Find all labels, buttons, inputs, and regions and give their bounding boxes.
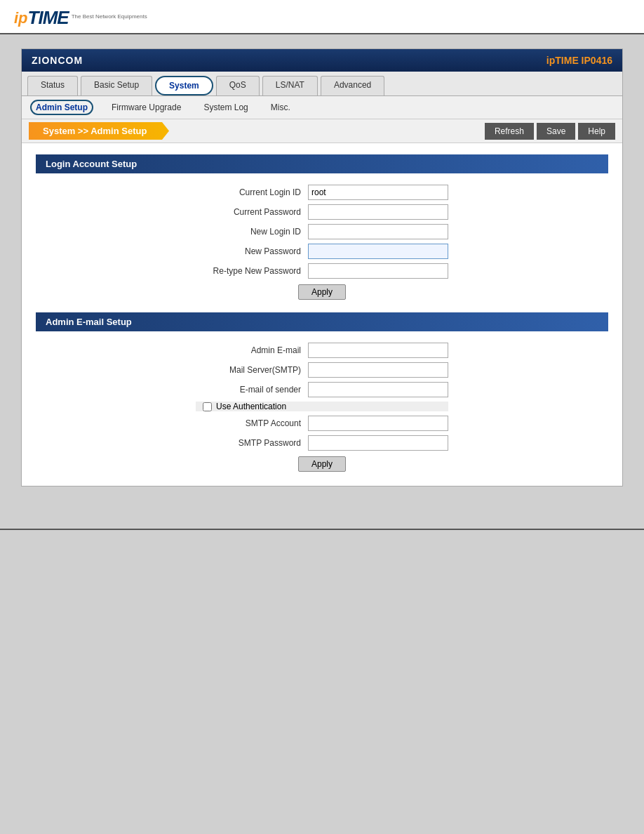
login-apply-button[interactable]: Apply	[298, 284, 346, 300]
smtp-password-label: SMTP Password	[196, 438, 308, 448]
content-wrapper: ZIONCOM ipTIME IP0416 Status Basic Setup…	[0, 34, 644, 515]
mail-server-label: Mail Server(SMTP)	[196, 365, 308, 375]
current-password-input[interactable]	[308, 204, 448, 220]
mail-server-row: Mail Server(SMTP)	[196, 362, 448, 378]
retype-password-input[interactable]	[308, 263, 448, 279]
breadcrumb-bar: System >> Admin Setup Refresh Save Help	[22, 119, 622, 143]
nav-tabs: Status Basic Setup System QoS LS/NAT Adv…	[22, 72, 622, 96]
logo-sub: The Best Network Equipments	[72, 13, 147, 20]
use-auth-label: Use Authentication	[216, 402, 286, 411]
save-button[interactable]: Save	[537, 123, 575, 140]
sub-nav: Admin Setup Firmware Upgrade System Log …	[22, 96, 622, 119]
logo-time: TIME	[28, 7, 69, 29]
router-panel: ZIONCOM ipTIME IP0416 Status Basic Setup…	[21, 48, 623, 486]
tab-status[interactable]: Status	[27, 76, 78, 95]
use-auth-checkbox[interactable]	[203, 402, 212, 411]
email-sender-label: E-mail of sender	[196, 385, 308, 395]
use-auth-row: Use Authentication	[196, 402, 448, 411]
login-section-header: Login Account Setup	[36, 154, 608, 173]
smtp-password-input[interactable]	[308, 435, 448, 451]
subnav-misc[interactable]: Misc.	[267, 101, 295, 114]
smtp-password-row: SMTP Password	[196, 435, 448, 451]
email-sender-row: E-mail of sender	[196, 382, 448, 397]
subnav-firmware-upgrade[interactable]: Firmware Upgrade	[107, 101, 185, 114]
new-password-label: New Password	[196, 246, 308, 256]
email-sender-input[interactable]	[308, 382, 448, 397]
email-apply-row: Apply	[196, 456, 448, 472]
email-form: Admin E-mail Mail Server(SMTP) E-mail of…	[196, 343, 448, 472]
panel-brand: ZIONCOM	[32, 55, 83, 66]
email-section-header: Admin E-mail Setup	[36, 312, 608, 331]
smtp-account-input[interactable]	[308, 416, 448, 431]
tab-lsnat[interactable]: LS/NAT	[262, 76, 318, 95]
tab-advanced[interactable]: Advanced	[321, 76, 384, 95]
tab-qos[interactable]: QoS	[216, 76, 260, 95]
current-password-row: Current Password	[196, 204, 448, 220]
refresh-button[interactable]: Refresh	[485, 123, 534, 140]
email-apply-button[interactable]: Apply	[298, 456, 346, 472]
breadcrumb-actions: Refresh Save Help	[485, 123, 615, 140]
tab-system[interactable]: System	[155, 76, 213, 95]
new-login-id-row: New Login ID	[196, 224, 448, 239]
admin-email-input[interactable]	[308, 343, 448, 358]
new-password-input[interactable]	[308, 244, 448, 259]
footer-line	[0, 529, 644, 530]
header: ipTIME The Best Network Equipments	[0, 0, 644, 34]
current-login-id-input[interactable]	[308, 185, 448, 200]
current-login-id-row: Current Login ID	[196, 185, 448, 200]
new-login-id-input[interactable]	[308, 224, 448, 239]
tab-basic-setup[interactable]: Basic Setup	[81, 76, 152, 95]
retype-password-label: Re-type New Password	[196, 266, 308, 276]
panel-header: ZIONCOM ipTIME IP0416	[22, 49, 622, 72]
login-apply-row: Apply	[196, 284, 448, 300]
current-password-label: Current Password	[196, 207, 308, 217]
breadcrumb: System >> Admin Setup	[29, 122, 169, 140]
admin-email-label: Admin E-mail	[196, 345, 308, 355]
current-login-id-label: Current Login ID	[196, 187, 308, 197]
new-login-id-label: New Login ID	[196, 227, 308, 237]
subnav-admin-setup[interactable]: Admin Setup	[30, 100, 93, 115]
login-form: Current Login ID Current Password New Lo…	[196, 185, 448, 300]
smtp-account-row: SMTP Account	[196, 416, 448, 431]
mail-server-input[interactable]	[308, 362, 448, 378]
admin-email-row: Admin E-mail	[196, 343, 448, 358]
logo: ipTIME The Best Network Equipments	[14, 7, 630, 29]
retype-password-row: Re-type New Password	[196, 263, 448, 279]
section-area: Login Account Setup Current Login ID Cur…	[22, 143, 622, 486]
new-password-row: New Password	[196, 244, 448, 259]
panel-model: ipTIME IP0416	[546, 55, 612, 66]
smtp-account-label: SMTP Account	[196, 418, 308, 428]
logo-ip: ip	[14, 9, 28, 27]
subnav-system-log[interactable]: System Log	[199, 101, 252, 114]
help-button[interactable]: Help	[578, 123, 615, 140]
